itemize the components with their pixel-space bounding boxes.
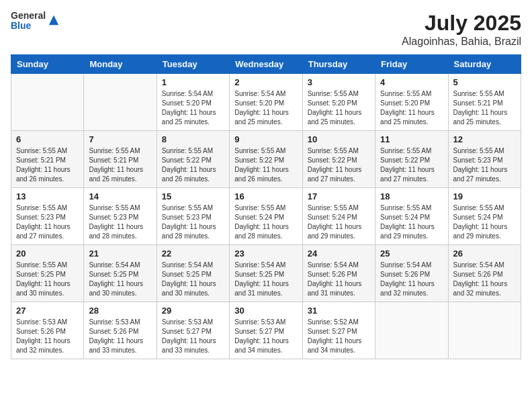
calendar-week-row: 27Sunrise: 5:53 AM Sunset: 5:26 PM Dayli… bbox=[11, 302, 521, 359]
day-number: 7 bbox=[89, 134, 151, 144]
calendar-cell: 8Sunrise: 5:55 AM Sunset: 5:22 PM Daylig… bbox=[157, 131, 229, 188]
day-number: 15 bbox=[162, 191, 224, 201]
calendar-cell: 3Sunrise: 5:55 AM Sunset: 5:20 PM Daylig… bbox=[302, 74, 375, 131]
calendar-cell: 15Sunrise: 5:55 AM Sunset: 5:23 PM Dayli… bbox=[157, 188, 229, 245]
calendar-subtitle: Alagoinhas, Bahia, Brazil bbox=[402, 36, 521, 48]
calendar-cell: 21Sunrise: 5:54 AM Sunset: 5:25 PM Dayli… bbox=[84, 245, 157, 302]
day-info: Sunrise: 5:52 AM Sunset: 5:27 PM Dayligh… bbox=[308, 318, 370, 355]
calendar-cell bbox=[84, 74, 157, 131]
page-header: General Blue July 2025 Alagoinhas, Bahia… bbox=[11, 11, 521, 48]
weekday-header: Sunday bbox=[11, 55, 84, 74]
calendar-cell: 29Sunrise: 5:53 AM Sunset: 5:27 PM Dayli… bbox=[157, 302, 229, 359]
day-number: 16 bbox=[234, 191, 297, 201]
calendar-cell: 16Sunrise: 5:55 AM Sunset: 5:24 PM Dayli… bbox=[230, 188, 302, 245]
day-number: 1 bbox=[162, 77, 224, 87]
calendar-cell: 22Sunrise: 5:54 AM Sunset: 5:25 PM Dayli… bbox=[157, 245, 229, 302]
day-number: 28 bbox=[89, 306, 151, 316]
calendar-cell: 11Sunrise: 5:55 AM Sunset: 5:22 PM Dayli… bbox=[375, 131, 448, 188]
day-number: 11 bbox=[380, 134, 443, 144]
calendar-cell: 23Sunrise: 5:54 AM Sunset: 5:25 PM Dayli… bbox=[230, 245, 302, 302]
calendar-cell: 4Sunrise: 5:55 AM Sunset: 5:20 PM Daylig… bbox=[375, 74, 448, 131]
day-number: 8 bbox=[162, 134, 224, 144]
day-info: Sunrise: 5:55 AM Sunset: 5:24 PM Dayligh… bbox=[380, 203, 443, 241]
weekday-header: Wednesday bbox=[230, 55, 302, 74]
day-info: Sunrise: 5:54 AM Sunset: 5:20 PM Dayligh… bbox=[234, 89, 297, 127]
day-info: Sunrise: 5:53 AM Sunset: 5:27 PM Dayligh… bbox=[162, 318, 224, 355]
day-number: 10 bbox=[308, 134, 370, 144]
calendar-week-row: 6Sunrise: 5:55 AM Sunset: 5:21 PM Daylig… bbox=[11, 131, 521, 188]
day-number: 5 bbox=[453, 77, 516, 87]
calendar-cell: 31Sunrise: 5:52 AM Sunset: 5:27 PM Dayli… bbox=[302, 302, 375, 359]
day-number: 23 bbox=[234, 248, 297, 259]
day-number: 13 bbox=[16, 191, 79, 201]
day-info: Sunrise: 5:55 AM Sunset: 5:21 PM Dayligh… bbox=[16, 146, 79, 184]
svg-marker-0 bbox=[49, 15, 58, 25]
calendar-cell: 12Sunrise: 5:55 AM Sunset: 5:23 PM Dayli… bbox=[448, 131, 521, 188]
day-info: Sunrise: 5:53 AM Sunset: 5:26 PM Dayligh… bbox=[89, 318, 151, 355]
day-number: 17 bbox=[308, 191, 370, 201]
day-info: Sunrise: 5:55 AM Sunset: 5:23 PM Dayligh… bbox=[16, 203, 79, 241]
day-number: 29 bbox=[162, 306, 224, 316]
day-info: Sunrise: 5:55 AM Sunset: 5:22 PM Dayligh… bbox=[234, 146, 297, 184]
calendar-body: 1Sunrise: 5:54 AM Sunset: 5:20 PM Daylig… bbox=[11, 74, 521, 359]
day-info: Sunrise: 5:55 AM Sunset: 5:22 PM Dayligh… bbox=[162, 146, 224, 184]
calendar-week-row: 13Sunrise: 5:55 AM Sunset: 5:23 PM Dayli… bbox=[11, 188, 521, 245]
day-number: 21 bbox=[89, 248, 151, 259]
calendar-cell: 24Sunrise: 5:54 AM Sunset: 5:26 PM Dayli… bbox=[302, 245, 375, 302]
day-info: Sunrise: 5:55 AM Sunset: 5:23 PM Dayligh… bbox=[162, 203, 224, 241]
calendar-cell: 18Sunrise: 5:55 AM Sunset: 5:24 PM Dayli… bbox=[375, 188, 448, 245]
weekday-row: SundayMondayTuesdayWednesdayThursdayFrid… bbox=[11, 55, 521, 74]
day-number: 18 bbox=[380, 191, 443, 201]
calendar-cell: 5Sunrise: 5:55 AM Sunset: 5:21 PM Daylig… bbox=[448, 74, 521, 131]
day-number: 19 bbox=[453, 191, 516, 201]
calendar-cell bbox=[448, 302, 521, 359]
day-info: Sunrise: 5:54 AM Sunset: 5:20 PM Dayligh… bbox=[162, 89, 224, 127]
day-info: Sunrise: 5:55 AM Sunset: 5:21 PM Dayligh… bbox=[89, 146, 151, 184]
calendar-cell: 26Sunrise: 5:54 AM Sunset: 5:26 PM Dayli… bbox=[448, 245, 521, 302]
day-info: Sunrise: 5:54 AM Sunset: 5:25 PM Dayligh… bbox=[89, 261, 151, 298]
day-info: Sunrise: 5:55 AM Sunset: 5:24 PM Dayligh… bbox=[453, 203, 516, 241]
calendar-cell: 6Sunrise: 5:55 AM Sunset: 5:21 PM Daylig… bbox=[11, 131, 84, 188]
day-number: 4 bbox=[380, 77, 443, 87]
calendar-cell: 7Sunrise: 5:55 AM Sunset: 5:21 PM Daylig… bbox=[84, 131, 157, 188]
calendar-cell: 13Sunrise: 5:55 AM Sunset: 5:23 PM Dayli… bbox=[11, 188, 84, 245]
day-info: Sunrise: 5:55 AM Sunset: 5:24 PM Dayligh… bbox=[234, 203, 297, 241]
title-block: July 2025 Alagoinhas, Bahia, Brazil bbox=[402, 11, 521, 48]
calendar-cell: 25Sunrise: 5:54 AM Sunset: 5:26 PM Dayli… bbox=[375, 245, 448, 302]
day-info: Sunrise: 5:55 AM Sunset: 5:20 PM Dayligh… bbox=[380, 89, 443, 127]
day-number: 2 bbox=[234, 77, 297, 87]
calendar-cell: 27Sunrise: 5:53 AM Sunset: 5:26 PM Dayli… bbox=[11, 302, 84, 359]
calendar-week-row: 20Sunrise: 5:55 AM Sunset: 5:25 PM Dayli… bbox=[11, 245, 521, 302]
calendar-cell: 1Sunrise: 5:54 AM Sunset: 5:20 PM Daylig… bbox=[157, 74, 229, 131]
day-info: Sunrise: 5:54 AM Sunset: 5:26 PM Dayligh… bbox=[453, 261, 516, 298]
logo: General Blue bbox=[11, 11, 60, 32]
calendar-header: SundayMondayTuesdayWednesdayThursdayFrid… bbox=[11, 55, 521, 74]
weekday-header: Thursday bbox=[302, 55, 375, 74]
calendar-cell: 28Sunrise: 5:53 AM Sunset: 5:26 PM Dayli… bbox=[84, 302, 157, 359]
calendar-cell: 9Sunrise: 5:55 AM Sunset: 5:22 PM Daylig… bbox=[230, 131, 302, 188]
day-number: 3 bbox=[308, 77, 370, 87]
calendar-title: July 2025 bbox=[402, 11, 521, 36]
calendar-week-row: 1Sunrise: 5:54 AM Sunset: 5:20 PM Daylig… bbox=[11, 74, 521, 131]
logo-text: General Blue bbox=[11, 11, 46, 32]
day-info: Sunrise: 5:53 AM Sunset: 5:27 PM Dayligh… bbox=[234, 318, 297, 355]
weekday-header: Tuesday bbox=[157, 55, 229, 74]
day-info: Sunrise: 5:54 AM Sunset: 5:26 PM Dayligh… bbox=[380, 261, 443, 298]
day-number: 14 bbox=[89, 191, 151, 201]
day-info: Sunrise: 5:53 AM Sunset: 5:26 PM Dayligh… bbox=[16, 318, 79, 355]
day-number: 30 bbox=[234, 306, 297, 316]
day-info: Sunrise: 5:54 AM Sunset: 5:25 PM Dayligh… bbox=[162, 261, 224, 298]
weekday-header: Saturday bbox=[448, 55, 521, 74]
day-number: 27 bbox=[16, 306, 79, 316]
day-number: 12 bbox=[453, 134, 516, 144]
day-info: Sunrise: 5:55 AM Sunset: 5:23 PM Dayligh… bbox=[453, 146, 516, 184]
day-number: 6 bbox=[16, 134, 79, 144]
calendar-cell: 14Sunrise: 5:55 AM Sunset: 5:23 PM Dayli… bbox=[84, 188, 157, 245]
calendar-cell: 30Sunrise: 5:53 AM Sunset: 5:27 PM Dayli… bbox=[230, 302, 302, 359]
calendar-cell bbox=[11, 74, 84, 131]
calendar-cell: 17Sunrise: 5:55 AM Sunset: 5:24 PM Dayli… bbox=[302, 188, 375, 245]
calendar-cell: 19Sunrise: 5:55 AM Sunset: 5:24 PM Dayli… bbox=[448, 188, 521, 245]
day-number: 22 bbox=[162, 248, 224, 259]
day-info: Sunrise: 5:55 AM Sunset: 5:22 PM Dayligh… bbox=[308, 146, 370, 184]
logo-icon bbox=[48, 14, 60, 26]
